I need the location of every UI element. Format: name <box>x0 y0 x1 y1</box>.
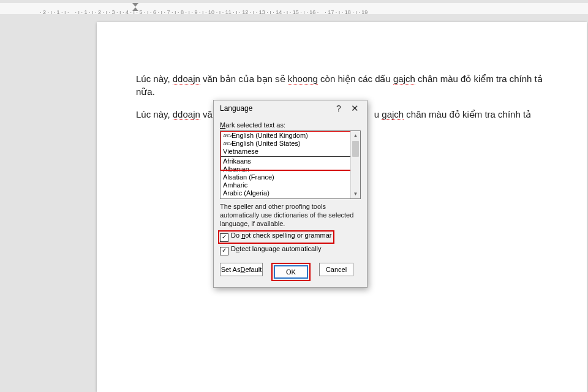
spelling-error[interactable]: gajch <box>382 109 404 120</box>
language-option[interactable]: Amharic <box>221 181 360 189</box>
text-run: Lúc này, <box>136 74 173 84</box>
text-run: u <box>374 109 382 119</box>
spelling-error[interactable]: ddoajn <box>173 74 200 85</box>
text-run: Lúc này, <box>136 109 173 119</box>
help-button[interactable]: ? <box>331 104 346 113</box>
spelling-error[interactable]: ddoajn <box>173 109 200 120</box>
checkbox-icon[interactable] <box>220 233 228 242</box>
proofing-icon <box>223 132 232 140</box>
language-option[interactable]: Afrikaans <box>221 157 360 165</box>
horizontal-ruler[interactable]: · 2 · ı · 1 · ı · · ı · 1 · ı · 2 · ı · … <box>0 3 588 14</box>
language-option[interactable]: English (United States) <box>221 140 360 148</box>
language-dialog: Language ? ✕ Mark selected text as: Engl… <box>213 100 368 288</box>
dialog-title: Language <box>220 104 331 113</box>
language-option[interactable]: Albanian <box>221 165 360 173</box>
close-button[interactable]: ✕ <box>346 103 363 114</box>
text-run: vă <box>200 109 213 119</box>
scroll-down-button[interactable]: ▼ <box>351 189 360 198</box>
highlight-annotation: OK <box>271 263 311 281</box>
indent-marker[interactable] <box>132 3 138 12</box>
mark-selected-label: Mark selected text as: <box>220 121 361 129</box>
set-as-default-button[interactable]: Set As Default <box>220 263 263 276</box>
language-option[interactable]: English (United Kingdom) <box>221 132 360 140</box>
proofing-icon <box>223 140 232 148</box>
scrollbar[interactable]: ▲ ▼ <box>350 131 360 198</box>
paragraph[interactable]: Lúc này, ddoajn văn bản của bạn sẽ khoon… <box>136 72 562 98</box>
language-option[interactable]: Alsatian (France) <box>221 173 360 181</box>
scroll-up-button[interactable]: ▲ <box>351 131 360 140</box>
dialog-titlebar[interactable]: Language ? ✕ <box>214 100 367 116</box>
text-run: văn bản của bạn sẽ <box>200 74 288 84</box>
highlight-annotation: Do not check spelling or grammar <box>218 230 334 244</box>
ruler-scale: · 2 · ı · 1 · ı · · ı · 1 · ı · 2 · ı · … <box>37 9 368 14</box>
checkbox-icon[interactable] <box>220 247 228 255</box>
detect-language-checkbox[interactable]: Detect language automatically <box>220 245 361 255</box>
spelling-error[interactable]: gajch <box>393 74 415 85</box>
language-option[interactable]: Arabic (Algeria) <box>221 189 360 197</box>
language-option[interactable]: Vietnamese <box>221 148 360 157</box>
language-listbox[interactable]: English (United Kingdom) English (United… <box>220 130 361 199</box>
do-not-check-checkbox[interactable]: Do not check spelling or grammar <box>220 230 361 244</box>
text-run: chân màu đỏ kiểm tra chính tả <box>404 109 531 119</box>
spelling-error[interactable]: khoong <box>288 74 318 85</box>
scroll-thumb[interactable] <box>352 141 359 157</box>
ok-button[interactable]: OK <box>274 265 308 279</box>
cancel-button[interactable]: Cancel <box>319 263 353 276</box>
text-run: còn hiện các dấu <box>318 74 393 84</box>
info-text: The speller and other proofing tools aut… <box>220 203 361 228</box>
